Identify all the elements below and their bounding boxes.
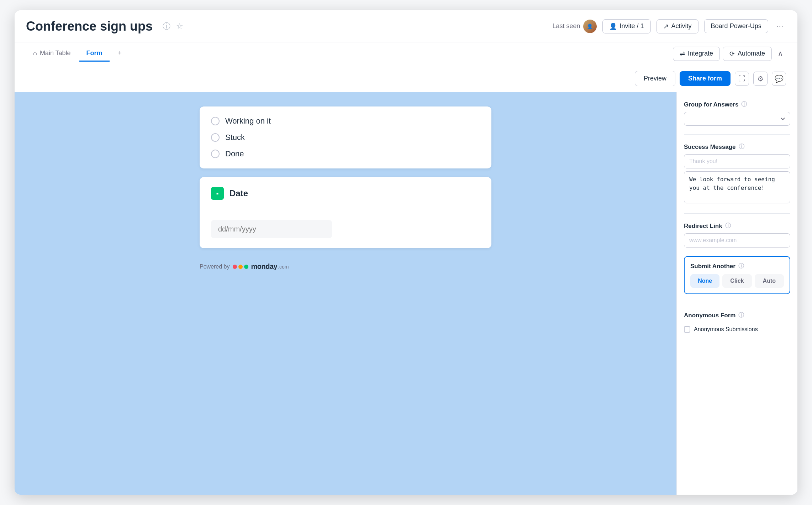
automate-button[interactable]: ⟳ Automate — [723, 47, 772, 61]
tab-right-actions: ⇌ Integrate ⟳ Automate ∧ — [673, 46, 786, 61]
anonymous-submissions-row[interactable]: Anonymous Submissions — [684, 326, 790, 333]
more-button[interactable]: ··· — [774, 19, 786, 34]
tab-main-table[interactable]: ⌂ Main Table — [26, 46, 78, 62]
integrate-icon: ⇌ — [680, 50, 685, 58]
date-card-header: ▪ Date — [200, 177, 491, 210]
home-icon: ⌂ — [33, 50, 37, 57]
success-body-textarea[interactable]: We look forward to seeing you at the con… — [684, 171, 790, 203]
header: Conference sign ups ⓘ ☆ Last seen 👤 👤 In… — [15, 10, 797, 42]
anonymous-form-section: Anonymous Form ⓘ Anonymous Submissions — [684, 312, 790, 333]
main-area: Working on it Stuck Done ▪ — [15, 92, 797, 495]
board-powerups-button[interactable]: Board Power-Ups — [704, 19, 768, 33]
powered-by: Powered by monday .com — [200, 262, 491, 271]
add-icon: + — [118, 50, 122, 57]
integrate-button[interactable]: ⇌ Integrate — [673, 47, 720, 61]
group-select[interactable] — [684, 112, 790, 126]
logo-dot-red — [233, 265, 237, 269]
integrate-label: Integrate — [688, 50, 713, 57]
group-for-answers-section: Group for Answers ⓘ — [684, 101, 790, 126]
submit-another-section: Submit Another ⓘ None Click Auto — [684, 256, 790, 294]
board-powerups-label: Board Power-Ups — [711, 22, 761, 30]
toolbar: Preview Share form ⛶ ⚙ 💬 — [15, 65, 797, 92]
redirect-link-section: Redirect Link ⓘ — [684, 222, 790, 248]
submit-another-info-icon[interactable]: ⓘ — [738, 262, 744, 270]
date-card-body — [200, 210, 491, 248]
success-message-label-text: Success Message — [684, 144, 736, 151]
radio-circle-working — [211, 117, 220, 125]
submit-none-button[interactable]: None — [690, 274, 719, 288]
radio-circle-stuck — [211, 133, 220, 142]
side-panel: Group for Answers ⓘ Success Message ⓘ We… — [676, 92, 797, 495]
activity-label: Activity — [671, 22, 692, 30]
preview-button[interactable]: Preview — [635, 71, 675, 86]
radio-option-done[interactable]: Done — [211, 149, 480, 158]
automate-icon: ⟳ — [729, 50, 735, 58]
date-field-title: Date — [230, 188, 248, 198]
radio-options-card: Working on it Stuck Done — [200, 106, 491, 168]
logo-dot-orange — [238, 265, 243, 269]
monday-logo: monday .com — [233, 262, 289, 271]
monday-text: monday — [251, 262, 278, 271]
divider-3 — [684, 303, 790, 303]
success-message-section: Success Message ⓘ We look forward to see… — [684, 143, 790, 205]
submit-none-label: None — [698, 278, 712, 284]
person-icon: 👤 — [609, 22, 617, 30]
last-seen-label: Last seen — [552, 22, 580, 30]
radio-label-stuck: Stuck — [225, 133, 245, 142]
success-info-icon[interactable]: ⓘ — [739, 143, 744, 151]
calendar-icon: ▪ — [216, 189, 218, 198]
radio-option-working[interactable]: Working on it — [211, 116, 480, 126]
radio-label-done: Done — [225, 149, 244, 158]
logo-dot-green — [244, 265, 248, 269]
redirect-link-label-text: Redirect Link — [684, 223, 722, 230]
radio-circle-done — [211, 150, 220, 158]
anonymous-form-label-text: Anonymous Form — [684, 312, 735, 319]
date-field-icon: ▪ — [211, 187, 224, 200]
tab-bar: ⌂ Main Table Form + ⇌ Integrate ⟳ Automa… — [15, 42, 797, 65]
tab-main-table-label: Main Table — [40, 50, 71, 57]
share-form-button[interactable]: Share form — [680, 71, 731, 86]
tab-form[interactable]: Form — [79, 46, 110, 62]
submit-auto-button[interactable]: Auto — [755, 274, 784, 288]
success-title-input[interactable] — [684, 154, 790, 168]
tab-add[interactable]: + — [111, 46, 129, 62]
radio-option-stuck[interactable]: Stuck — [211, 133, 480, 142]
invite-button[interactable]: 👤 Invite / 1 — [602, 19, 651, 33]
date-card: ▪ Date — [200, 177, 491, 248]
fullscreen-icon: ⛶ — [738, 74, 745, 83]
last-seen: Last seen 👤 — [552, 20, 596, 33]
redirect-link-input[interactable] — [684, 233, 790, 248]
monday-com: .com — [278, 264, 289, 270]
collapse-button[interactable]: ∧ — [775, 46, 786, 61]
powered-by-text: Powered by — [200, 264, 230, 270]
anonymous-form-label: Anonymous Form ⓘ — [684, 312, 790, 319]
group-for-answers-label: Group for Answers ⓘ — [684, 101, 790, 108]
submit-another-label-text: Submit Another — [690, 263, 735, 270]
submit-auto-label: Auto — [763, 278, 776, 284]
invite-label: Invite / 1 — [620, 22, 644, 30]
app-window: Conference sign ups ⓘ ☆ Last seen 👤 👤 In… — [15, 10, 797, 495]
info-icon[interactable]: ⓘ — [163, 21, 170, 32]
avatar: 👤 — [583, 20, 597, 33]
gear-icon: ⚙ — [757, 74, 764, 83]
anonymous-checkbox[interactable] — [684, 326, 690, 333]
chat-icon: 💬 — [775, 74, 784, 83]
submit-another-options: None Click Auto — [690, 274, 784, 288]
group-info-icon[interactable]: ⓘ — [741, 101, 747, 108]
redirect-info-icon[interactable]: ⓘ — [725, 222, 731, 230]
divider-1 — [684, 134, 790, 135]
chat-button[interactable]: 💬 — [772, 72, 786, 86]
share-form-label: Share form — [688, 75, 722, 82]
fullscreen-button[interactable]: ⛶ — [735, 72, 749, 86]
anonymous-info-icon[interactable]: ⓘ — [738, 312, 744, 319]
preview-label: Preview — [644, 75, 666, 82]
tab-form-label: Form — [86, 50, 102, 57]
date-input[interactable] — [211, 220, 332, 238]
star-icon[interactable]: ☆ — [176, 22, 183, 31]
submit-click-button[interactable]: Click — [722, 274, 752, 288]
form-canvas: Working on it Stuck Done ▪ — [15, 92, 676, 495]
group-label-text: Group for Answers — [684, 101, 738, 108]
settings-button[interactable]: ⚙ — [753, 72, 768, 86]
success-message-label: Success Message ⓘ — [684, 143, 790, 151]
activity-button[interactable]: ↗ Activity — [657, 19, 698, 33]
